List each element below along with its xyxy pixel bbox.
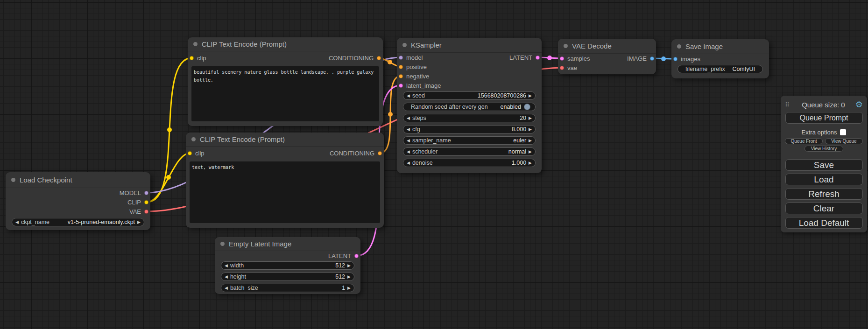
- increment-icon[interactable]: ▶: [529, 161, 532, 165]
- widget-filename-prefix[interactable]: filename_prefix ComfyUI: [677, 65, 763, 73]
- collapse-dot-icon[interactable]: [220, 242, 225, 246]
- node-load-checkpoint[interactable]: Load Checkpoint MODEL CLIP VAE ◀ ckpt_na…: [6, 172, 150, 230]
- queue-prompt-button[interactable]: Queue Prompt: [785, 112, 863, 124]
- node-save-image[interactable]: Save Image images filename_prefix ComfyU…: [671, 39, 769, 78]
- drag-handle-icon[interactable]: ⠿: [785, 101, 791, 108]
- output-slot-clip[interactable]: [144, 200, 148, 204]
- collapse-dot-icon[interactable]: [564, 44, 568, 48]
- node-title-bar[interactable]: CLIP Text Encode (Prompt): [188, 37, 383, 51]
- increment-icon[interactable]: ▶: [347, 264, 351, 268]
- view-history-button[interactable]: View History: [804, 146, 843, 152]
- input-slot-positive[interactable]: [399, 65, 403, 69]
- decrement-icon[interactable]: ◀: [407, 116, 410, 120]
- node-title: CLIP Text Encode (Prompt): [200, 135, 285, 143]
- widget-width[interactable]: ◀ width 512 ▶: [221, 261, 354, 270]
- slot-row: images: [671, 54, 769, 63]
- output-label-image: IMAGE: [627, 55, 647, 62]
- output-slot-latent[interactable]: [354, 254, 359, 258]
- output-slot-conditioning[interactable]: [378, 151, 382, 155]
- widget-label: cfg: [412, 126, 420, 133]
- node-title: Save Image: [685, 42, 723, 50]
- comfyui-canvas[interactable]: { "colors": { "model": "#b39ddb", "clip"…: [0, 0, 868, 329]
- node-title-bar[interactable]: Load Checkpoint: [6, 172, 150, 188]
- decrement-icon[interactable]: ◀: [407, 161, 410, 165]
- node-title-bar[interactable]: Empty Latent Image: [215, 237, 360, 251]
- input-slot-images[interactable]: [673, 57, 677, 61]
- node-vae-decode[interactable]: VAE Decode samples IMAGE vae: [558, 39, 656, 74]
- widget-height[interactable]: ◀ height 512 ▶: [221, 273, 354, 281]
- collapse-dot-icon[interactable]: [677, 44, 681, 49]
- output-slot-image[interactable]: [650, 56, 654, 61]
- collapse-dot-icon[interactable]: [191, 137, 196, 141]
- decrement-icon[interactable]: ◀: [407, 127, 410, 132]
- widget-steps[interactable]: ◀ steps 20 ▶: [403, 114, 536, 122]
- output-slot-conditioning[interactable]: [377, 56, 381, 60]
- widget-batch-size[interactable]: ◀ batch_size 1 ▶: [221, 284, 354, 292]
- widget-cfg[interactable]: ◀ cfg 8.000 ▶: [403, 125, 536, 133]
- input-slot-samples[interactable]: [560, 56, 564, 61]
- refresh-button[interactable]: Refresh: [785, 188, 863, 200]
- node-title-bar[interactable]: CLIP Text Encode (Prompt): [186, 133, 384, 147]
- view-queue-button[interactable]: View Queue: [825, 138, 863, 144]
- input-slot-latent-image[interactable]: [399, 84, 403, 88]
- increment-icon[interactable]: ▶: [529, 116, 532, 120]
- increment-icon[interactable]: ▶: [347, 286, 351, 290]
- increment-icon[interactable]: ▶: [529, 150, 532, 154]
- node-empty-latent-image[interactable]: Empty Latent Image LATENT ◀ width 512 ▶ …: [215, 237, 360, 294]
- input-slot-clip[interactable]: [190, 56, 194, 60]
- output-label-conditioning: CONDITIONING: [329, 55, 374, 62]
- node-title-bar[interactable]: Save Image: [671, 39, 769, 54]
- widget-scheduler[interactable]: ◀ scheduler normal ▶: [403, 147, 536, 156]
- save-button[interactable]: Save: [785, 159, 863, 171]
- link-midpoint-dot: [167, 127, 172, 132]
- increment-icon[interactable]: ▶: [347, 275, 351, 279]
- toggle-enabled-icon[interactable]: [524, 104, 530, 110]
- decrement-icon[interactable]: ◀: [407, 150, 410, 154]
- positive-prompt-textarea[interactable]: beautiful scenery nature glass bottle la…: [191, 66, 379, 121]
- input-slot-negative[interactable]: [399, 74, 403, 78]
- node-clip-text-encode-positive[interactable]: CLIP Text Encode (Prompt) clip CONDITION…: [188, 37, 383, 126]
- widget-denoise[interactable]: ◀ denoise 1.000 ▶: [403, 159, 536, 167]
- decrement-icon[interactable]: ◀: [407, 94, 410, 98]
- node-ksampler[interactable]: KSampler model LATENT positive negative …: [397, 38, 542, 173]
- increment-icon[interactable]: ▶: [529, 94, 532, 98]
- decrement-icon[interactable]: ◀: [407, 139, 410, 143]
- widget-seed[interactable]: ◀ seed 156680208700286 ▶: [403, 91, 536, 100]
- node-clip-text-encode-negative[interactable]: CLIP Text Encode (Prompt) clip CONDITION…: [186, 133, 384, 228]
- input-slot-model[interactable]: [399, 56, 403, 60]
- output-slot-latent[interactable]: [536, 56, 540, 60]
- increment-icon[interactable]: ▶: [529, 127, 532, 132]
- output-slot-vae[interactable]: [144, 210, 148, 214]
- negative-prompt-textarea[interactable]: text, watermark: [190, 161, 380, 223]
- settings-gear-icon[interactable]: ⚙: [855, 100, 863, 109]
- widget-value: 512: [335, 262, 345, 269]
- node-title-bar[interactable]: KSampler: [397, 38, 542, 53]
- input-label-vae: vae: [567, 64, 577, 71]
- collapse-dot-icon[interactable]: [402, 43, 407, 47]
- increment-icon[interactable]: ▶: [529, 139, 532, 143]
- extra-options-checkbox[interactable]: [840, 129, 846, 135]
- output-slot-model[interactable]: [144, 191, 148, 195]
- widget-sampler-name[interactable]: ◀ sampler_name euler ▶: [403, 136, 536, 145]
- node-title-bar[interactable]: VAE Decode: [558, 39, 656, 54]
- input-slot-vae[interactable]: [560, 66, 564, 70]
- widget-random-seed-toggle[interactable]: Random seed after every gen enabled: [403, 103, 536, 111]
- collapse-dot-icon[interactable]: [11, 178, 15, 182]
- output-row-vae: VAE: [6, 207, 150, 216]
- node-title: Load Checkpoint: [20, 176, 72, 184]
- input-slot-clip[interactable]: [188, 151, 192, 155]
- increment-icon[interactable]: ▶: [137, 220, 141, 224]
- load-button[interactable]: Load: [785, 174, 863, 185]
- widget-value: enabled: [501, 104, 522, 110]
- clear-button[interactable]: Clear: [785, 203, 863, 214]
- widget-ckpt-name[interactable]: ◀ ckpt_name v1-5-pruned-emaonly.ckpt ▶: [12, 218, 144, 226]
- input-label-latent-image: latent_image: [406, 82, 441, 89]
- decrement-icon[interactable]: ◀: [15, 220, 19, 224]
- decrement-icon[interactable]: ◀: [225, 264, 228, 268]
- load-default-button[interactable]: Load Default: [785, 217, 863, 229]
- queue-front-button[interactable]: Queue Front: [785, 138, 823, 144]
- decrement-icon[interactable]: ◀: [225, 275, 228, 279]
- collapse-dot-icon[interactable]: [193, 42, 198, 46]
- decrement-icon[interactable]: ◀: [225, 286, 228, 290]
- slot-row: positive: [397, 62, 542, 71]
